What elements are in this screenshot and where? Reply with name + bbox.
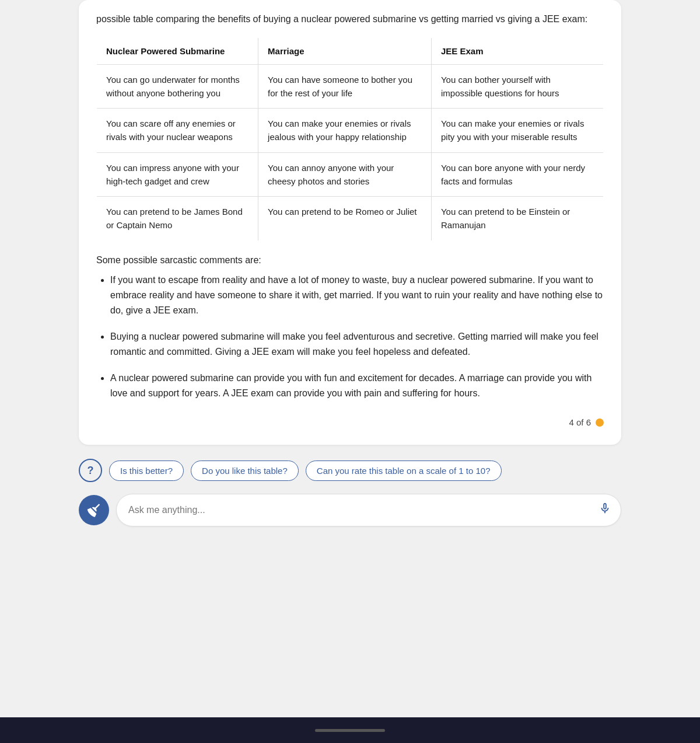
table-cell-r0-c2: You can bother yourself with impossible … [431, 64, 603, 109]
intro-text: possible table comparing the benefits of… [96, 12, 604, 27]
table-cell-r1-c2: You can make your enemies or rivals pity… [431, 109, 603, 153]
bottom-bar [0, 717, 700, 743]
col-header-submarine: Nuclear Powered Submarine [97, 37, 258, 64]
col-header-marriage: Marriage [258, 37, 432, 64]
table-cell-r2-c1: You can annoy anyone with your cheesy ph… [258, 152, 432, 197]
table-cell-r2-c2: You can bore anyone with your nerdy fact… [431, 152, 603, 197]
chip-like-table[interactable]: Do you like this table? [191, 461, 299, 481]
comparison-table: Nuclear Powered Submarine Marriage JEE E… [96, 37, 604, 241]
mic-icon[interactable] [598, 502, 611, 518]
broom-button[interactable] [79, 495, 109, 525]
main-card: possible table comparing the benefits of… [79, 0, 621, 445]
page-dot [596, 418, 604, 427]
table-cell-r1-c1: You can make your enemies or rivals jeal… [258, 109, 432, 153]
chip-is-better[interactable]: Is this better? [109, 461, 184, 481]
table-cell-r3-c2: You can pretend to be Einstein or Ramanu… [431, 197, 603, 241]
sarcastic-intro: Some possible sarcastic comments are: [96, 255, 604, 266]
bullet-list: If you want to escape from reality and h… [96, 273, 604, 402]
table-cell-r0-c1: You can have someone to bother you for t… [258, 64, 432, 109]
bottom-pill [315, 729, 385, 732]
col-header-jee: JEE Exam [431, 37, 603, 64]
broom-icon [86, 502, 102, 518]
page-indicator: 4 of 6 [96, 417, 604, 427]
bullet-item-0: If you want to escape from reality and h… [110, 273, 604, 319]
mic-svg [598, 502, 611, 515]
table-cell-r3-c0: You can pretend to be James Bond or Capt… [97, 197, 258, 241]
chip-rate-table[interactable]: Can you rate this table on a scale of 1 … [306, 461, 502, 481]
bullet-item-1: Buying a nuclear powered submarine will … [110, 329, 604, 360]
suggestions-area: ? Is this better? Do you like this table… [79, 459, 621, 482]
page-indicator-text: 4 of 6 [569, 417, 591, 427]
help-icon[interactable]: ? [79, 459, 102, 482]
search-box [116, 494, 621, 526]
input-area [79, 494, 621, 526]
table-cell-r0-c0: You can go underwater for months without… [97, 64, 258, 109]
table-cell-r3-c1: You can pretend to be Romeo or Juliet [258, 197, 432, 241]
table-cell-r2-c0: You can impress anyone with your high-te… [97, 152, 258, 197]
table-cell-r1-c0: You can scare off any enemies or rivals … [97, 109, 258, 153]
bullet-item-2: A nuclear powered submarine can provide … [110, 371, 604, 402]
search-input[interactable] [128, 505, 594, 515]
